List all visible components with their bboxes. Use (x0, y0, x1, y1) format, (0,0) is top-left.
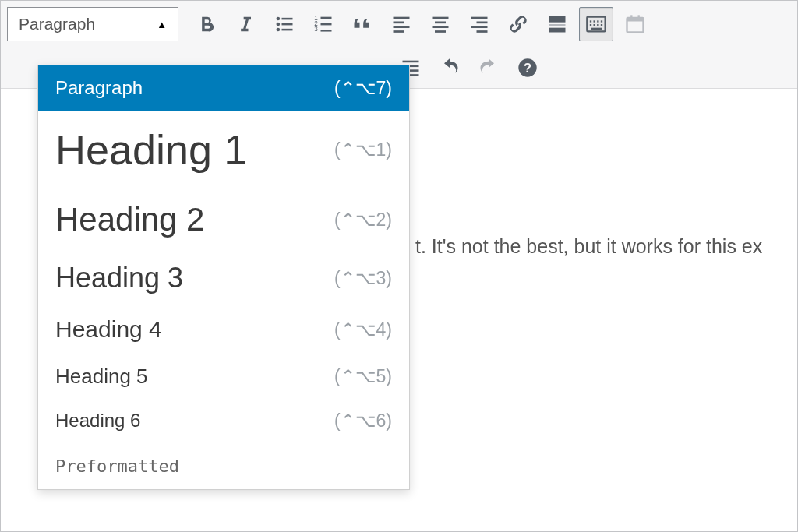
svg-rect-15 (394, 30, 404, 33)
option-shortcut: (⌃⌥2) (334, 210, 392, 231)
svg-rect-29 (594, 20, 595, 22)
svg-rect-39 (630, 15, 632, 19)
svg-rect-9 (321, 23, 332, 26)
svg-rect-32 (590, 24, 591, 26)
align-left-button[interactable] (384, 7, 418, 41)
svg-rect-28 (590, 20, 591, 22)
svg-rect-16 (433, 17, 449, 19)
redo-button[interactable] (471, 51, 506, 85)
svg-rect-5 (282, 29, 293, 31)
align-center-button[interactable] (423, 7, 457, 41)
option-label: Heading 5 (55, 365, 148, 389)
calendar-icon (624, 13, 646, 35)
italic-icon (235, 13, 256, 35)
option-label: Heading 4 (55, 316, 162, 343)
svg-rect-40 (638, 15, 640, 19)
svg-rect-3 (282, 23, 293, 26)
svg-rect-20 (471, 17, 488, 19)
svg-rect-25 (549, 24, 566, 26)
option-label: Heading 1 (55, 125, 247, 174)
svg-rect-30 (597, 20, 598, 22)
svg-rect-7 (321, 17, 332, 19)
align-right-icon (468, 13, 490, 35)
option-label: Heading 3 (55, 262, 183, 294)
read-more-button[interactable] (540, 7, 574, 41)
blockquote-button[interactable] (345, 7, 380, 41)
svg-rect-26 (549, 28, 566, 33)
svg-rect-23 (477, 30, 488, 33)
undo-icon (439, 57, 461, 79)
numbered-list-button[interactable]: 123 (306, 7, 341, 41)
bold-icon (196, 13, 217, 35)
svg-rect-21 (477, 22, 488, 24)
svg-rect-18 (433, 26, 449, 28)
redo-icon (478, 57, 500, 79)
option-shortcut: (⌃⌥1) (334, 139, 392, 160)
read-more-icon (546, 13, 568, 35)
bold-button[interactable] (189, 7, 224, 41)
option-shortcut: (⌃⌥3) (334, 268, 392, 289)
option-label: Heading 6 (55, 410, 140, 432)
format-option-h6[interactable]: Heading 6 (⌃⌥6) (38, 399, 409, 442)
undo-button[interactable] (433, 51, 467, 85)
svg-text:3: 3 (314, 26, 318, 33)
format-option-paragraph[interactable]: Paragraph (⌃⌥7) (38, 65, 409, 111)
svg-rect-38 (627, 18, 644, 22)
help-icon: ? (517, 57, 538, 79)
option-shortcut: (⌃⌥5) (334, 366, 392, 387)
svg-rect-34 (597, 24, 598, 26)
option-shortcut: (⌃⌥4) (334, 319, 392, 340)
format-option-h1[interactable]: Heading 1 (⌃⌥1) (38, 111, 409, 188)
svg-rect-31 (601, 20, 602, 22)
option-label: Heading 2 (55, 201, 204, 238)
svg-rect-22 (471, 26, 488, 28)
option-label: Preformatted (55, 456, 179, 476)
bullet-list-icon (274, 13, 295, 35)
svg-text:?: ? (524, 61, 531, 75)
align-right-button[interactable] (462, 7, 496, 41)
date-button[interactable] (618, 7, 652, 41)
help-button[interactable]: ? (510, 51, 545, 85)
option-shortcut: (⌃⌥6) (334, 410, 392, 432)
svg-rect-24 (549, 16, 566, 23)
svg-rect-41 (403, 61, 419, 63)
svg-rect-36 (591, 28, 602, 30)
format-option-preformatted[interactable]: Preformatted (38, 442, 409, 489)
body-text-fragment: t. It's not the best, but it works for t… (415, 235, 797, 258)
svg-rect-35 (601, 24, 602, 26)
link-icon (507, 13, 529, 35)
svg-rect-17 (435, 22, 446, 24)
format-dropdown-button[interactable]: Paragraph ▲ (7, 7, 178, 41)
option-shortcut: (⌃⌥7) (334, 78, 392, 99)
svg-point-4 (277, 28, 281, 32)
format-option-h4[interactable]: Heading 4 (⌃⌥4) (38, 305, 409, 354)
link-button[interactable] (501, 7, 535, 41)
svg-point-2 (277, 23, 281, 26)
format-option-h2[interactable]: Heading 2 (⌃⌥2) (38, 188, 409, 251)
format-option-h3[interactable]: Heading 3 (⌃⌥3) (38, 251, 409, 305)
align-center-icon (429, 13, 451, 35)
svg-rect-13 (394, 22, 404, 24)
quote-icon (351, 13, 373, 35)
italic-button[interactable] (228, 7, 263, 41)
svg-rect-11 (321, 30, 332, 32)
keyboard-icon (585, 13, 607, 35)
option-label: Paragraph (55, 77, 143, 99)
svg-rect-14 (394, 26, 410, 28)
svg-rect-1 (282, 18, 293, 20)
svg-rect-12 (394, 17, 410, 19)
svg-rect-19 (435, 30, 446, 33)
bullet-list-button[interactable] (267, 7, 302, 41)
align-left-icon (390, 13, 412, 35)
toolbar-toggle-button[interactable] (579, 7, 613, 41)
caret-up-icon: ▲ (157, 19, 167, 30)
svg-rect-33 (594, 24, 595, 26)
format-dropdown-menu: Paragraph (⌃⌥7) Heading 1 (⌃⌥1) Heading … (37, 65, 410, 490)
format-option-h5[interactable]: Heading 5 (⌃⌥5) (38, 354, 409, 399)
svg-point-0 (277, 17, 281, 21)
numbered-list-icon: 123 (312, 13, 334, 35)
format-current-label: Paragraph (19, 15, 95, 33)
